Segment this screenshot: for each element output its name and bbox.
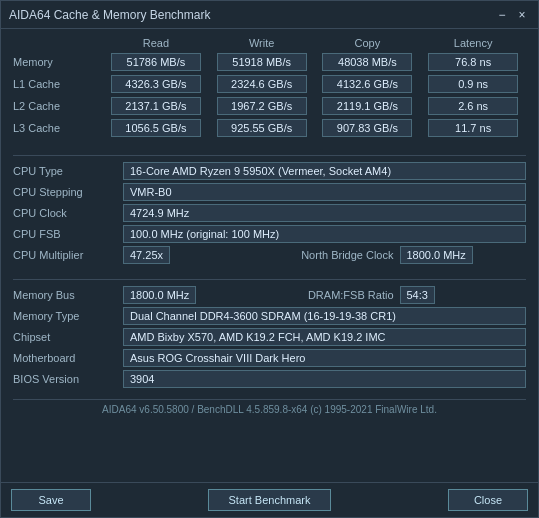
info-label: CPU Stepping — [13, 186, 123, 198]
bench-header-row: Read Write Copy Latency — [13, 37, 526, 49]
memory-bus-split-row: Memory Bus 1800.0 MHz DRAM:FSB Ratio 54:… — [13, 286, 526, 304]
header-write: Write — [209, 37, 315, 49]
info-row: Chipset AMD Bixby X570, AMD K19.2 FCH, A… — [13, 328, 526, 346]
info-label: CPU Clock — [13, 207, 123, 219]
bench-copy-value: 4132.6 GB/s — [322, 75, 412, 93]
memory-bus-value: 1800.0 MHz — [123, 286, 196, 304]
bench-row: L2 Cache 2137.1 GB/s 1967.2 GB/s 2119.1 … — [13, 97, 526, 115]
info-row: CPU Type 16-Core AMD Ryzen 9 5950X (Verm… — [13, 162, 526, 180]
bench-write-value: 51918 MB/s — [217, 53, 307, 71]
header-copy: Copy — [315, 37, 421, 49]
save-button[interactable]: Save — [11, 489, 91, 511]
bench-row: L1 Cache 4326.3 GB/s 2324.6 GB/s 4132.6 … — [13, 75, 526, 93]
cpu-multiplier-row: CPU Multiplier 47.25x North Bridge Clock… — [13, 246, 526, 264]
info-label: CPU Type — [13, 165, 123, 177]
bench-copy-value: 2119.1 GB/s — [322, 97, 412, 115]
cpu-info-section: CPU Type 16-Core AMD Ryzen 9 5950X (Verm… — [13, 162, 526, 267]
bench-latency-value: 0.9 ns — [428, 75, 518, 93]
bench-write-value: 2324.6 GB/s — [217, 75, 307, 93]
divider-2 — [13, 279, 526, 280]
info-value: 3904 — [123, 370, 526, 388]
start-benchmark-button[interactable]: Start Benchmark — [208, 489, 332, 511]
dram-fsb-label: DRAM:FSB Ratio — [270, 289, 400, 301]
bench-row: Memory 51786 MB/s 51918 MB/s 48038 MB/s … — [13, 53, 526, 71]
info-row: CPU FSB 100.0 MHz (original: 100 MHz) — [13, 225, 526, 243]
info-row: Memory Type Dual Channel DDR4-3600 SDRAM… — [13, 307, 526, 325]
info-row: CPU Stepping VMR-B0 — [13, 183, 526, 201]
bench-latency-value: 2.6 ns — [428, 97, 518, 115]
bench-copy-value: 907.83 GB/s — [322, 119, 412, 137]
info-row: CPU Clock 4724.9 MHz — [13, 204, 526, 222]
nb-clock-label: North Bridge Clock — [270, 249, 400, 261]
memory-bus-section: Memory Bus 1800.0 MHz DRAM:FSB Ratio 54:… — [13, 286, 526, 391]
bench-write-value: 1967.2 GB/s — [217, 97, 307, 115]
info-value: AMD Bixby X570, AMD K19.2 FCH, AMD K19.2… — [123, 328, 526, 346]
bench-rows: Memory 51786 MB/s 51918 MB/s 48038 MB/s … — [13, 53, 526, 137]
bench-row: L3 Cache 1056.5 GB/s 925.55 GB/s 907.83 … — [13, 119, 526, 137]
close-button[interactable]: Close — [448, 489, 528, 511]
cpu-multiplier-value: 47.25x — [123, 246, 170, 264]
bench-row-label: L3 Cache — [13, 122, 103, 134]
info-row: BIOS Version 3904 — [13, 370, 526, 388]
memory-bus-label: Memory Bus — [13, 289, 123, 301]
bench-read-value: 4326.3 GB/s — [111, 75, 201, 93]
content-area: Read Write Copy Latency Memory 51786 MB/… — [1, 29, 538, 482]
info-label: Memory Type — [13, 310, 123, 322]
divider-1 — [13, 155, 526, 156]
benchmark-table: Read Write Copy Latency Memory 51786 MB/… — [13, 37, 526, 141]
system-info-rows: Memory Type Dual Channel DDR4-3600 SDRAM… — [13, 307, 526, 388]
info-value: VMR-B0 — [123, 183, 526, 201]
info-value: 16-Core AMD Ryzen 9 5950X (Vermeer, Sock… — [123, 162, 526, 180]
info-value: Asus ROG Crosshair VIII Dark Hero — [123, 349, 526, 367]
info-label: BIOS Version — [13, 373, 123, 385]
info-value: 100.0 MHz (original: 100 MHz) — [123, 225, 526, 243]
bench-read-value: 51786 MB/s — [111, 53, 201, 71]
nb-clock-value: 1800.0 MHz — [400, 246, 473, 264]
bench-row-label: L2 Cache — [13, 100, 103, 112]
bench-write-value: 925.55 GB/s — [217, 119, 307, 137]
window-close-button[interactable]: × — [514, 7, 530, 23]
info-label: CPU FSB — [13, 228, 123, 240]
bench-latency-value: 76.8 ns — [428, 53, 518, 71]
dram-fsb-value: 54:3 — [400, 286, 435, 304]
info-label: Motherboard — [13, 352, 123, 364]
main-window: AIDA64 Cache & Memory Benchmark − × Read… — [0, 0, 539, 518]
header-read: Read — [103, 37, 209, 49]
bench-read-value: 1056.5 GB/s — [111, 119, 201, 137]
cpu-info-rows: CPU Type 16-Core AMD Ryzen 9 5950X (Verm… — [13, 162, 526, 243]
window-title: AIDA64 Cache & Memory Benchmark — [9, 8, 210, 22]
info-value: 4724.9 MHz — [123, 204, 526, 222]
memory-bus-row: Memory Bus 1800.0 MHz DRAM:FSB Ratio 54:… — [13, 286, 526, 304]
bench-row-label: L1 Cache — [13, 78, 103, 90]
bench-copy-value: 48038 MB/s — [322, 53, 412, 71]
header-latency: Latency — [420, 37, 526, 49]
info-row: Motherboard Asus ROG Crosshair VIII Dark… — [13, 349, 526, 367]
bench-latency-value: 11.7 ns — [428, 119, 518, 137]
info-value: Dual Channel DDR4-3600 SDRAM (16-19-19-3… — [123, 307, 526, 325]
info-label: Chipset — [13, 331, 123, 343]
title-bar: AIDA64 Cache & Memory Benchmark − × — [1, 1, 538, 29]
bench-row-label: Memory — [13, 56, 103, 68]
cpu-multiplier-label: CPU Multiplier — [13, 249, 123, 261]
minimize-button[interactable]: − — [494, 7, 510, 23]
footer-text: AIDA64 v6.50.5800 / BenchDLL 4.5.859.8-x… — [13, 399, 526, 419]
title-bar-buttons: − × — [494, 7, 530, 23]
bench-read-value: 2137.1 GB/s — [111, 97, 201, 115]
button-bar: Save Start Benchmark Close — [1, 482, 538, 517]
